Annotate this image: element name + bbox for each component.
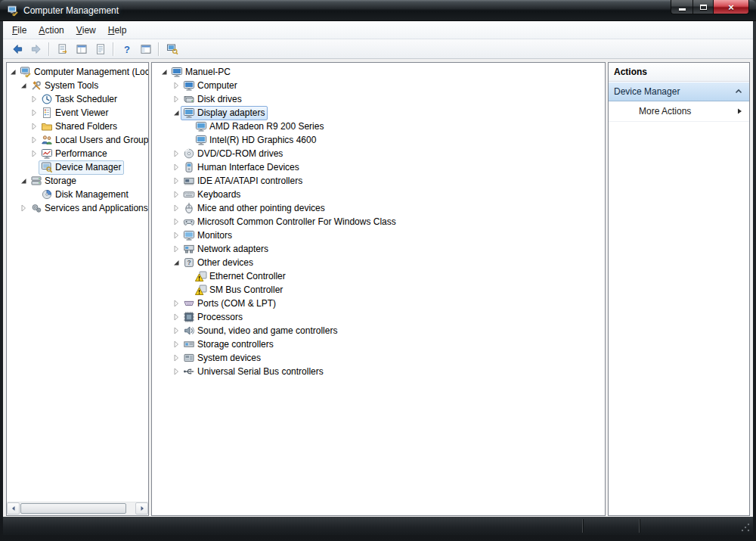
tree-item-display-adapters[interactable]: Display adapters (152, 106, 605, 120)
toolbar-properties-doc-button[interactable] (91, 41, 110, 58)
tree-item-label[interactable]: IDE ATA/ATAPI controllers (197, 176, 302, 186)
minimize-button[interactable] (671, 0, 692, 14)
tree-item-dvd-cd-rom-drives[interactable]: DVD/CD-ROM drives (152, 147, 605, 160)
toolbar-export-list-button[interactable] (53, 41, 72, 58)
tree-item-storage[interactable]: Storage (7, 174, 148, 188)
expand-arrow-icon[interactable] (172, 340, 181, 349)
scroll-left-button[interactable] (7, 502, 20, 515)
tree-item-other-devices[interactable]: ?Other devices (152, 256, 605, 269)
menu-action[interactable]: Action (33, 21, 70, 39)
tree-item-system-tools[interactable]: System Tools (7, 79, 148, 92)
expand-arrow-icon[interactable] (172, 231, 181, 240)
menu-view[interactable]: View (70, 21, 102, 39)
expand-arrow-icon[interactable] (29, 108, 39, 117)
expand-arrow-icon[interactable] (172, 217, 181, 226)
expand-arrow-icon[interactable] (29, 122, 39, 131)
tree-item-label[interactable]: Computer Management (Local) (34, 67, 148, 77)
tree-item-label[interactable]: Keyboards (197, 189, 240, 200)
expand-arrow-icon[interactable] (19, 204, 28, 213)
toolbar-help-button[interactable]: ? (117, 41, 136, 58)
tree-item-shared-folders[interactable]: Shared Folders (7, 120, 148, 133)
tree-item-label[interactable]: Microsoft Common Controller For Windows … (197, 216, 396, 227)
collapse-arrow-icon[interactable] (19, 81, 28, 90)
tree-item-monitors[interactable]: Monitors (152, 229, 605, 242)
maximize-button[interactable] (692, 0, 714, 14)
tree-item-label[interactable]: Event Viewer (55, 107, 108, 118)
collapse-arrow-icon[interactable] (172, 258, 181, 267)
tree-item-label[interactable]: Intel(R) HD Graphics 4600 (209, 135, 316, 145)
tree-item-sound-video-and-game-controllers[interactable]: Sound, video and game controllers (152, 324, 605, 337)
tree-item-label[interactable]: Human Interface Devices (197, 162, 299, 173)
resize-grip[interactable] (740, 522, 751, 533)
expand-arrow-icon[interactable] (172, 244, 181, 253)
tree-item-label[interactable]: Manuel-PC (185, 67, 231, 77)
tree-item-label[interactable]: Other devices (197, 257, 253, 268)
tree-item-local-users-and-groups[interactable]: Local Users and Groups (7, 133, 148, 147)
tree-item-label[interactable]: Disk drives (197, 94, 242, 104)
tree-item-label[interactable]: Services and Applications (45, 203, 148, 213)
tree-item-intel-r-hd-graphics-4600[interactable]: Intel(R) HD Graphics 4600 (152, 133, 605, 147)
tree-item-sm-bus-controller[interactable]: SM Bus Controller (152, 283, 605, 297)
collapse-chevron-icon[interactable] (734, 87, 743, 96)
tree-item-label[interactable]: Task Scheduler (55, 94, 117, 104)
expand-arrow-icon[interactable] (172, 95, 181, 104)
tree-item-label[interactable]: AMD Radeon R9 200 Series (209, 121, 324, 132)
expand-arrow-icon[interactable] (172, 326, 181, 335)
more-actions-item[interactable]: More Actions (609, 101, 749, 122)
scrollbar-thumb[interactable] (20, 503, 126, 514)
tree-item-storage-controllers[interactable]: Storage controllers (152, 337, 605, 351)
collapse-arrow-icon[interactable] (160, 67, 169, 76)
tree-item-label[interactable]: Ports (COM & LPT) (197, 298, 276, 309)
expand-arrow-icon[interactable] (172, 149, 181, 158)
tree-item-label[interactable]: Disk Management (55, 189, 129, 200)
actions-section-device-manager[interactable]: Device Manager (609, 82, 749, 101)
title-bar[interactable]: Computer Management × (0, 0, 756, 21)
tree-item-label[interactable]: DVD/CD-ROM drives (197, 148, 283, 159)
tree-item-processors[interactable]: Processors (152, 310, 605, 324)
tree-item-keyboards[interactable]: Keyboards (152, 188, 605, 201)
tree-item-label[interactable]: Ethernet Controller (209, 271, 286, 281)
tree-item-ethernet-controller[interactable]: Ethernet Controller (152, 269, 605, 283)
tree-item-performance[interactable]: Performance (7, 147, 148, 160)
tree-item-manuel-pc[interactable]: Manuel-PC (152, 65, 605, 79)
tree-item-label[interactable]: Mice and other pointing devices (197, 203, 325, 213)
tree-item-microsoft-common-controller-for-windows-class[interactable]: Microsoft Common Controller For Windows … (152, 215, 605, 229)
expand-arrow-icon[interactable] (172, 176, 181, 185)
expand-arrow-icon[interactable] (172, 312, 181, 322)
expand-arrow-icon[interactable] (172, 81, 181, 90)
tree-item-system-devices[interactable]: System devices (152, 351, 605, 365)
tree-item-label[interactable]: Universal Serial Bus controllers (197, 366, 324, 377)
tree-item-label[interactable]: Computer (197, 80, 237, 91)
tree-item-amd-radeon-r9-200-series[interactable]: AMD Radeon R9 200 Series (152, 120, 605, 133)
expand-arrow-icon[interactable] (172, 353, 181, 362)
tree-item-label[interactable]: SM Bus Controller (209, 284, 283, 295)
tree-item-label[interactable]: Monitors (197, 230, 232, 241)
collapse-arrow-icon[interactable] (19, 176, 28, 185)
expand-arrow-icon[interactable] (172, 367, 181, 376)
tree-item-label[interactable]: Network adapters (197, 244, 268, 254)
expand-arrow-icon[interactable] (172, 204, 181, 213)
tree-item-disk-management[interactable]: Disk Management (7, 188, 148, 201)
tree-item-mice-and-other-pointing-devices[interactable]: Mice and other pointing devices (152, 201, 605, 215)
tree-item-label[interactable]: Display adapters (197, 107, 265, 118)
menu-file[interactable]: File (6, 21, 33, 39)
horizontal-scrollbar[interactable] (7, 502, 148, 515)
tree-item-universal-serial-bus-controllers[interactable]: Universal Serial Bus controllers (152, 365, 605, 378)
tree-item-task-scheduler[interactable]: Task Scheduler (7, 92, 148, 106)
tree-item-label[interactable]: Local Users and Groups (55, 135, 148, 145)
tree-item-computer-management-local[interactable]: Computer Management (Local) (7, 65, 148, 79)
tree-item-label[interactable]: Device Manager (55, 162, 121, 173)
tree-item-event-viewer[interactable]: Event Viewer (7, 106, 148, 120)
toolbar-forward-arrow-button[interactable] (26, 41, 45, 58)
tree-item-services-and-applications[interactable]: Services and Applications (7, 201, 148, 215)
tree-item-label[interactable]: System Tools (45, 80, 98, 91)
tree-item-computer[interactable]: Computer (152, 79, 605, 92)
tree-item-device-manager[interactable]: Device Manager (7, 160, 148, 174)
expand-arrow-icon[interactable] (172, 299, 181, 308)
menu-help[interactable]: Help (102, 21, 133, 39)
tree-item-human-interface-devices[interactable]: Human Interface Devices (152, 160, 605, 174)
toolbar-console-window-button[interactable] (72, 41, 91, 58)
tree-item-network-adapters[interactable]: Network adapters (152, 242, 605, 256)
tree-item-label[interactable]: Performance (55, 148, 107, 159)
scroll-right-button[interactable] (135, 502, 148, 515)
